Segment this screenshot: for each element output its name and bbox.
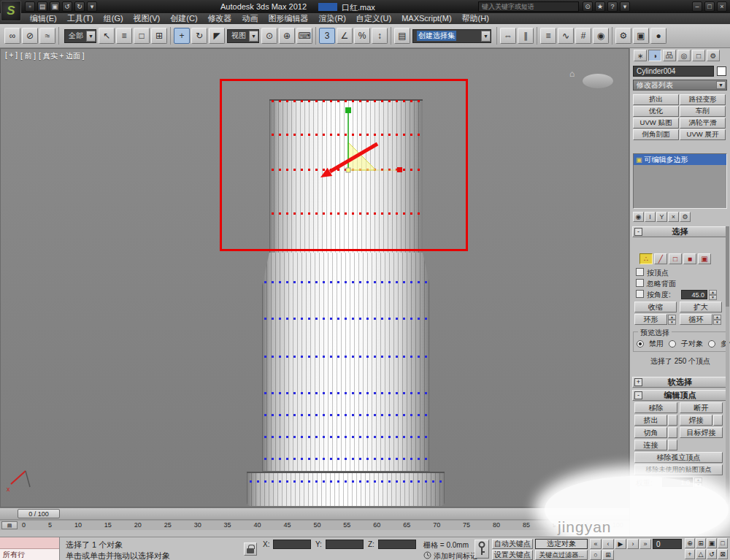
chevron-down-icon[interactable]: ▼ bbox=[716, 81, 726, 89]
polygon-subobject-icon[interactable]: ■ bbox=[683, 253, 696, 264]
open-file-icon[interactable]: ▤ bbox=[37, 1, 47, 12]
infocenter-search-icon[interactable]: ⊙ bbox=[583, 1, 593, 12]
use-pivot-center-icon[interactable]: ⊙ bbox=[261, 28, 277, 44]
chevron-down-icon[interactable]: ▼ bbox=[86, 31, 96, 42]
object-color-swatch[interactable] bbox=[717, 66, 726, 76]
expand-icon[interactable]: + bbox=[634, 378, 642, 386]
extrude-button[interactable]: 挤出 bbox=[634, 415, 667, 426]
curve-editor-icon[interactable]: ∿ bbox=[558, 28, 574, 44]
pan-icon[interactable]: + bbox=[685, 549, 695, 559]
next-frame-icon[interactable]: › bbox=[627, 539, 639, 549]
extrude-settings-button[interactable] bbox=[668, 415, 677, 426]
selection-lock-toggle[interactable] bbox=[244, 542, 257, 556]
open-mini-curve-editor-button[interactable]: ▤ bbox=[1, 521, 18, 529]
preset-bevel-profile[interactable]: 倒角剖面 bbox=[633, 129, 679, 140]
set-keys-button[interactable] bbox=[474, 540, 489, 559]
menu-tools[interactable]: 工具(T) bbox=[62, 13, 99, 24]
select-and-move-icon[interactable]: + bbox=[174, 28, 190, 44]
weight-value-field[interactable]: 1.0 bbox=[662, 477, 693, 487]
time-slider-track[interactable]: 0 / 100 bbox=[0, 508, 629, 520]
element-subobject-icon[interactable]: ▣ bbox=[698, 253, 711, 264]
selected-mode-dropdown[interactable]: 选定对象 bbox=[535, 539, 588, 549]
key-filters-button[interactable]: 关键点过滤器... bbox=[535, 550, 588, 560]
play-icon[interactable]: ▶ bbox=[615, 539, 626, 549]
select-by-name-icon[interactable]: ≡ bbox=[116, 28, 132, 44]
bind-to-space-warp-icon[interactable]: ≈ bbox=[39, 28, 55, 44]
window-crossing-icon[interactable]: ⊞ bbox=[151, 28, 167, 44]
angle-snap-icon[interactable]: ∠ bbox=[337, 28, 353, 44]
layer-manager-icon[interactable]: ≡ bbox=[540, 28, 556, 44]
viewport-menu-general[interactable]: [ + ] bbox=[5, 51, 18, 61]
target-weld-button[interactable]: 目标焊接 bbox=[680, 427, 723, 438]
viewport-menu-view[interactable]: [ 前 ] bbox=[20, 51, 36, 61]
viewcube-home-icon[interactable]: ⌂ bbox=[569, 69, 575, 79]
tab-display[interactable]: □ bbox=[692, 50, 705, 61]
preset-uvw-map[interactable]: UVW 贴图 bbox=[633, 118, 679, 129]
select-and-link-icon[interactable]: ∞ bbox=[4, 28, 20, 44]
field-of-view-icon[interactable]: △ bbox=[696, 549, 706, 559]
soft-selection-rollout-header[interactable]: + 软选择 bbox=[632, 377, 728, 388]
orbit-icon[interactable]: ↺ bbox=[707, 549, 717, 559]
loop-button[interactable]: 循环 bbox=[680, 314, 712, 325]
undo-icon[interactable]: ↺ bbox=[62, 1, 72, 12]
tab-create[interactable]: ∗ bbox=[634, 50, 647, 61]
preset-lathe[interactable]: 车削 bbox=[680, 106, 726, 117]
menu-views[interactable]: 视图(V) bbox=[128, 13, 166, 24]
zoom-icon[interactable]: ⊕ bbox=[685, 538, 695, 548]
window-maximize-icon[interactable]: □ bbox=[704, 1, 715, 12]
infocenter-search-input[interactable] bbox=[478, 1, 579, 12]
preview-disabled-radio[interactable] bbox=[637, 340, 644, 348]
window-minimize-icon[interactable]: – bbox=[692, 1, 702, 12]
tab-motion[interactable]: ◎ bbox=[677, 50, 691, 61]
zoom-extents-icon[interactable]: ▣ bbox=[707, 538, 717, 548]
pin-stack-icon[interactable]: ◉ bbox=[633, 212, 644, 222]
by-angle-checkbox[interactable] bbox=[636, 290, 644, 298]
break-button[interactable]: 断开 bbox=[680, 402, 723, 413]
select-and-scale-icon[interactable]: ◤ bbox=[209, 28, 225, 44]
coord-x-field[interactable] bbox=[273, 540, 311, 549]
selection-region-icon[interactable]: □ bbox=[134, 28, 150, 44]
connect-button[interactable]: 连接 bbox=[634, 440, 667, 450]
snap-toggle-3d-icon[interactable]: 3 bbox=[319, 28, 335, 44]
reference-coordinate-dropdown[interactable]: 视图 ▼ bbox=[227, 29, 259, 43]
modifier-list-dropdown[interactable]: 修改器列表 ▼ bbox=[633, 80, 727, 91]
time-slider-handle[interactable]: 0 / 100 bbox=[18, 509, 60, 518]
chamfer-settings-button[interactable] bbox=[668, 427, 677, 438]
menu-graph-editors[interactable]: 图形编辑器 bbox=[264, 13, 314, 24]
window-close-icon[interactable]: × bbox=[717, 1, 727, 12]
menu-help[interactable]: 帮助(H) bbox=[457, 13, 494, 24]
preset-uvw-unwrap[interactable]: UVW 展开 bbox=[680, 129, 726, 140]
front-viewport[interactable]: [ + ] [ 前 ] [ 真实 + 边面 ] x ⌂ bbox=[0, 48, 629, 507]
weight-spinner[interactable]: ▲▼ bbox=[694, 477, 702, 487]
redo-icon[interactable]: ↻ bbox=[74, 1, 85, 12]
select-object-icon[interactable]: ↖ bbox=[99, 28, 115, 44]
set-key-button[interactable]: 设置关键点 bbox=[492, 550, 533, 560]
new-file-icon[interactable]: ▫ bbox=[25, 1, 35, 12]
menu-create[interactable]: 创建(C) bbox=[165, 13, 202, 24]
zoom-all-icon[interactable]: ⊞ bbox=[696, 538, 706, 548]
angle-spinner[interactable]: ▲▼ bbox=[709, 290, 717, 299]
tab-hierarchy[interactable]: 品 bbox=[663, 50, 676, 61]
tab-utilities[interactable]: ⚙ bbox=[707, 50, 720, 61]
object-name-field[interactable]: Cylinder004 bbox=[633, 66, 714, 77]
rendered-frame-icon[interactable]: ▣ bbox=[633, 28, 649, 44]
menu-maxscript[interactable]: MAXScript(M) bbox=[396, 13, 456, 24]
preset-optimize[interactable]: 优化 bbox=[633, 106, 679, 117]
select-and-rotate-icon[interactable]: ↻ bbox=[191, 28, 207, 44]
render-production-icon[interactable]: ● bbox=[650, 28, 666, 44]
preset-path-deform[interactable]: 路径变形 bbox=[680, 94, 726, 105]
mirror-icon[interactable]: ⇔ bbox=[500, 28, 516, 44]
select-and-manipulate-icon[interactable]: ⊕ bbox=[279, 28, 295, 44]
named-selection-sets-dropdown[interactable]: 创建选择集 ▼ bbox=[412, 29, 491, 43]
weld-button[interactable]: 焊接 bbox=[680, 415, 712, 426]
menu-customize[interactable]: 自定义(U) bbox=[351, 13, 396, 24]
auto-key-button[interactable]: 自动关键点 bbox=[492, 539, 533, 549]
selection-rollout-header[interactable]: - 选择 bbox=[632, 226, 728, 237]
loop-spinner[interactable]: ▲▼ bbox=[713, 315, 721, 324]
viewport-menu-shading[interactable]: [ 真实 + 边面 ] bbox=[39, 51, 85, 61]
zoom-region-icon[interactable]: □ bbox=[718, 538, 728, 548]
preview-subobject-radio[interactable] bbox=[669, 340, 676, 348]
collapse-icon[interactable]: - bbox=[634, 228, 642, 236]
time-configuration-icon[interactable]: ⊞ bbox=[602, 550, 614, 560]
coord-y-field[interactable] bbox=[326, 540, 364, 549]
